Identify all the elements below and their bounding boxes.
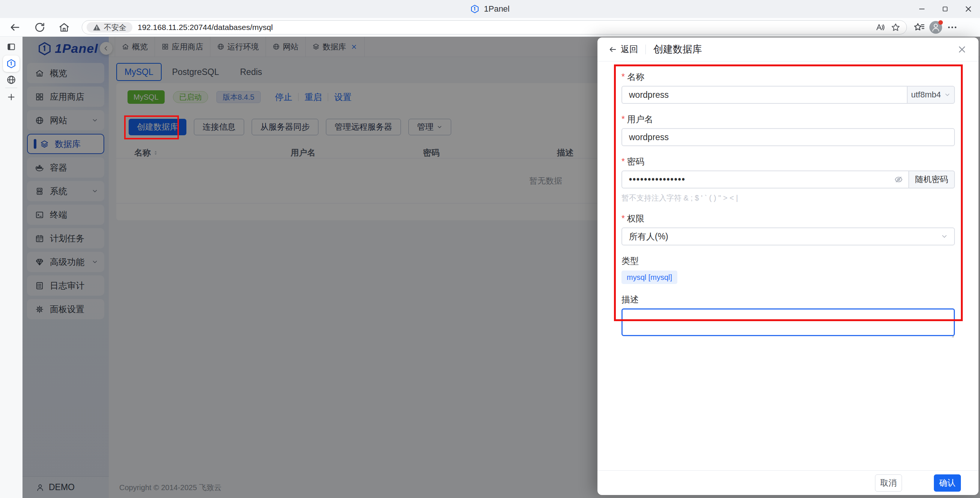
read-aloud-icon[interactable] xyxy=(875,22,885,32)
back-arrow-icon xyxy=(609,45,617,54)
browser-toolbar: 不安全 192.168.11.25:20744/databases/mysql xyxy=(0,18,980,37)
favorites-bar-icon[interactable] xyxy=(914,22,925,33)
edge-sidebar-rail xyxy=(0,37,22,498)
rail-divider xyxy=(5,88,17,88)
annotation-form-highlight xyxy=(614,65,963,321)
window-close-button[interactable] xyxy=(957,0,980,18)
security-chip[interactable]: 不安全 xyxy=(87,22,132,33)
window-title: 1Panel xyxy=(0,0,980,18)
browser-viewport: 1Panel 概览 应用商店 网站 数据库 容器 xyxy=(0,37,980,498)
rail-add-icon[interactable] xyxy=(6,92,16,102)
annotation-create-button-highlight xyxy=(124,116,179,140)
minimize-icon xyxy=(917,5,926,13)
rail-globe-icon[interactable] xyxy=(6,75,16,85)
security-label: 不安全 xyxy=(104,22,126,33)
tab-manager-icon[interactable] xyxy=(6,42,16,52)
profile-avatar[interactable] xyxy=(929,21,942,34)
drawer-footer: 取消 确认 xyxy=(597,470,978,495)
url-text: 192.168.11.25:20744/databases/mysql xyxy=(138,23,875,32)
divider xyxy=(646,44,646,54)
refresh-icon[interactable] xyxy=(34,22,45,33)
onepanel-page: 1Panel 概览 应用商店 网站 数据库 容器 xyxy=(22,37,980,498)
onepanel-favicon-icon xyxy=(6,59,16,68)
browser-menu-icon[interactable] xyxy=(947,22,958,33)
drawer-title: 创建数据库 xyxy=(653,43,702,56)
resize-grip-icon[interactable] xyxy=(949,333,955,338)
cancel-button[interactable]: 取消 xyxy=(875,474,902,492)
window-maximize-button[interactable] xyxy=(934,0,957,18)
drawer-close-icon[interactable] xyxy=(957,44,967,55)
drawer-back-button[interactable]: 返回 xyxy=(609,43,638,55)
home-icon[interactable] xyxy=(59,22,70,33)
notification-dot xyxy=(939,20,943,25)
confirm-button[interactable]: 确认 xyxy=(934,474,961,492)
favorite-star-icon[interactable] xyxy=(891,22,900,32)
address-bar[interactable]: 不安全 192.168.11.25:20744/databases/mysql xyxy=(82,20,907,35)
onepanel-favicon-icon xyxy=(470,5,479,13)
rail-active-site-button[interactable] xyxy=(3,56,19,72)
window-titlebar: 1Panel xyxy=(0,0,980,18)
maximize-icon xyxy=(941,5,949,13)
close-icon xyxy=(964,5,973,13)
window-minimize-button[interactable] xyxy=(910,0,934,18)
drawer-header: 返回 创建数据库 xyxy=(597,38,978,62)
back-icon[interactable] xyxy=(10,22,21,33)
window-title-text: 1Panel xyxy=(484,4,510,14)
not-secure-warning-icon xyxy=(93,23,101,32)
